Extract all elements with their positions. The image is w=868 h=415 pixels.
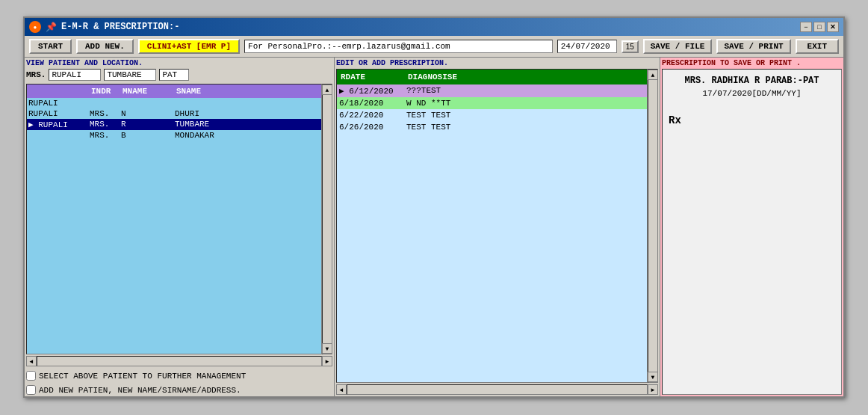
patient-location-input[interactable] <box>159 69 189 81</box>
prescription-table-outer: RDATE DIAGNOSISE ▶ 6/12/2020 ???TEST 6/1… <box>336 69 658 395</box>
presc-date-2: 6/18/2020 <box>337 97 404 109</box>
presc-row[interactable]: 6/22/2020 TEST TEST <box>337 109 647 121</box>
maximize-button[interactable]: □ <box>813 22 825 32</box>
checkbox2-row: ADD NEW PATIEN, NEW NAME/SIRNAME/ADDRESS… <box>26 385 332 395</box>
row3-mname: R <box>120 119 172 130</box>
minimize-button[interactable]: − <box>800 22 812 32</box>
h-scroll-track[interactable] <box>37 356 322 366</box>
col-indr: INDR <box>90 86 120 96</box>
row3-arrow: ▶ RUPALI <box>27 119 87 130</box>
row4-name <box>27 130 87 141</box>
table-row[interactable]: RUPALI <box>27 98 321 108</box>
app-icon: ● <box>29 21 41 33</box>
presc-diag-3: TEST TEST <box>404 109 647 121</box>
row4-mname: B <box>120 130 172 141</box>
middle-section-label: EDIT OR ADD PRESCRIPTION. <box>336 59 658 67</box>
presc-row[interactable]: 6/18/2020 W ND **TT <box>337 97 647 109</box>
date-picker-button[interactable]: 15 <box>621 40 639 53</box>
patient-name-input[interactable] <box>49 69 101 81</box>
presc-scroll-left[interactable]: ◄ <box>336 384 347 395</box>
presc-row[interactable]: ▶ 6/12/2020 ???TEST <box>337 84 647 97</box>
table-row[interactable]: RUPALI MRS. N DHURI <box>27 108 321 119</box>
save-print-button[interactable]: SAVE / PRINT <box>716 39 790 54</box>
patient-table: INDR MNAME SNAME RUPALI RUPALI <box>26 84 322 354</box>
exit-button[interactable]: EXIT <box>796 39 839 54</box>
main-window: ● 📌 E-M-R & PRESCRIPTION:- − □ ✕ START A… <box>23 16 845 398</box>
row2-indr: MRS. <box>88 108 118 119</box>
search-label: MRS. <box>26 70 46 79</box>
presc-vscroll[interactable]: ▲ ▼ <box>648 69 658 383</box>
title-bar-controls: − □ ✕ <box>800 22 839 32</box>
title-bar-left: ● 📌 E-M-R & PRESCRIPTION:- <box>29 21 179 33</box>
preview-date: 17/07/2020[DD/MM/YY] <box>669 89 835 98</box>
row1-sname <box>173 98 321 108</box>
presc-scroll-down[interactable]: ▼ <box>648 372 658 382</box>
preview-patient-name: MRS. RADHIKA R PARAB:-PAT <box>669 76 835 86</box>
prescription-table: RDATE DIAGNOSISE ▶ 6/12/2020 ???TEST 6/1… <box>336 69 648 383</box>
col-sname: SNAME <box>175 86 320 96</box>
left-panel: VIEW PATIENT AND LOCATION. MRS. INDR MNA… <box>25 58 335 396</box>
presc-scroll-right[interactable]: ► <box>648 384 658 395</box>
presc-table-header: RDATE DIAGNOSISE <box>337 70 647 84</box>
row1-indr <box>88 98 118 108</box>
presc-table-body: ▶ 6/12/2020 ???TEST 6/18/2020 W ND **TT … <box>337 84 647 382</box>
presc-hscroll: ◄ ► <box>336 384 658 395</box>
start-button[interactable]: START <box>29 39 72 54</box>
col-diagnosis: DIAGNOSISE <box>406 71 645 83</box>
window-title: E-M-R & PRESCRIPTION:- <box>61 22 179 32</box>
presc-diag-2: W ND **TT <box>404 97 647 109</box>
patient-table-body: RUPALI RUPALI MRS. N DHURI ▶ RUPA <box>27 98 321 354</box>
row1-name: RUPALI <box>27 98 87 108</box>
main-content: VIEW PATIENT AND LOCATION. MRS. INDR MNA… <box>25 58 843 396</box>
row4-sname: MONDAKAR <box>173 130 321 141</box>
row2-sname: DHURI <box>173 108 321 119</box>
table-row[interactable]: ▶ RUPALI MRS. R TUMBARE <box>27 119 321 130</box>
col-rdate: RDATE <box>338 71 406 83</box>
patient-table-vscroll[interactable]: ▲ ▼ <box>322 84 332 354</box>
patient-table-hscroll: ◄ ► <box>26 356 332 366</box>
add-new-button[interactable]: ADD NEW. <box>76 39 134 54</box>
col-name <box>28 86 88 96</box>
presc-scroll-up[interactable]: ▲ <box>648 70 658 80</box>
col-mname: MNAME <box>121 86 173 96</box>
presc-diag-1: ???TEST <box>404 84 647 97</box>
row3-indr: MRS. <box>88 119 118 130</box>
left-section-label: VIEW PATIENT AND LOCATION. <box>26 59 332 67</box>
add-new-patient-checkbox[interactable] <box>26 385 36 395</box>
toolbar: START ADD NEW. CLINI+AST [EMR P] 15 SAVE… <box>25 36 843 58</box>
scroll-right-arrow[interactable]: ► <box>322 356 332 366</box>
patient-search-row: MRS. <box>26 69 332 81</box>
presc-date-1: ▶ 6/12/2020 <box>337 84 404 97</box>
scroll-down-arrow[interactable]: ▼ <box>322 343 332 354</box>
title-bar: ● 📌 E-M-R & PRESCRIPTION:- − □ ✕ <box>25 18 843 36</box>
scroll-left-arrow[interactable]: ◄ <box>26 356 37 366</box>
middle-panel: EDIT OR ADD PRESCRIPTION. RDATE DIAGNOSI… <box>335 58 660 396</box>
row3-sname: TUMBARE <box>173 119 321 130</box>
row2-mname: N <box>120 108 172 119</box>
presc-date-3: 6/22/2020 <box>337 109 404 121</box>
presc-diag-4: TEST TEST <box>404 121 647 133</box>
table-row[interactable]: MRS. B MONDAKAR <box>27 130 321 141</box>
prescription-preview: MRS. RADHIKA R PARAB:-PAT 17/07/2020[DD/… <box>662 69 842 395</box>
presc-empty-area <box>337 133 647 208</box>
row1-mname <box>120 98 172 108</box>
checkbox2-label: ADD NEW PATIEN, NEW NAME/SIRNAME/ADDRESS… <box>39 386 241 395</box>
email-input[interactable] <box>244 40 553 53</box>
checkbox1-row: SELECT ABOVE PATIENT TO FURTHER MANAGEME… <box>26 371 332 381</box>
save-file-button[interactable]: SAVE / FILE <box>643 39 713 54</box>
presc-h-track[interactable] <box>347 384 648 395</box>
pin-icon: 📌 <box>46 22 57 33</box>
date-input[interactable] <box>557 40 617 53</box>
right-panel: PRESCRIPTION TO SAVE OR PRINT . MRS. RAD… <box>660 58 843 396</box>
presc-row[interactable]: 6/26/2020 TEST TEST <box>337 121 647 133</box>
patient-surname-input[interactable] <box>104 69 156 81</box>
patient-table-header: INDR MNAME SNAME <box>27 84 321 98</box>
scroll-up-arrow[interactable]: ▲ <box>322 84 332 95</box>
clinic-button[interactable]: CLINI+AST [EMR P] <box>138 39 240 54</box>
preview-rx-label: Rx <box>669 114 835 126</box>
row2-name: RUPALI <box>27 108 87 119</box>
close-button[interactable]: ✕ <box>827 22 839 32</box>
presc-date-4: 6/26/2020 <box>337 121 404 133</box>
checkbox1-label: SELECT ABOVE PATIENT TO FURTHER MANAGEME… <box>39 372 246 381</box>
select-patient-checkbox[interactable] <box>26 371 36 381</box>
